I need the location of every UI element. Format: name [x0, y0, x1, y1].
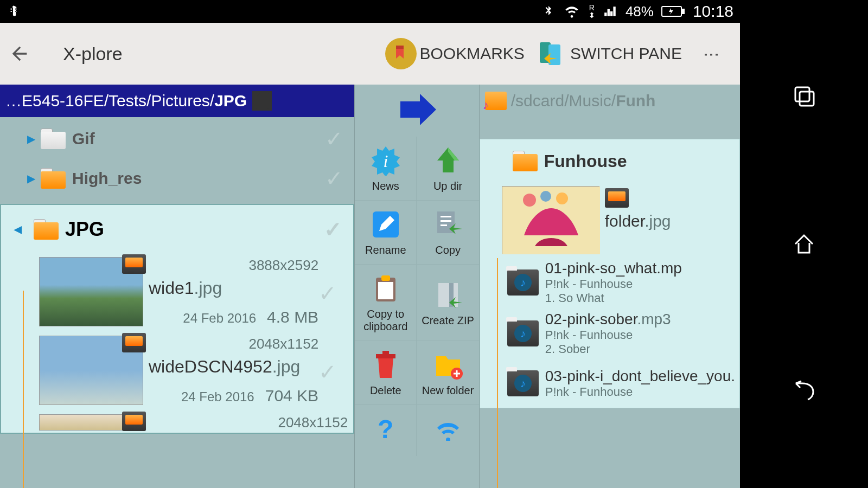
audio-sober[interactable]: 02-pink-sober.mp3 P!nk - Funhouse 2. Sob…	[480, 308, 739, 359]
svg-point-24	[556, 192, 568, 204]
file-wide1[interactable]: 3888x2592 wide1.jpg 24 Feb 2016 4.8 MB ✓	[1, 254, 353, 332]
folder-jpg-header[interactable]: ◀ JPG ✓	[1, 205, 353, 254]
image-type-badge-icon	[605, 188, 629, 208]
audio-file-icon	[507, 370, 539, 396]
bluetooth-icon	[542, 4, 555, 19]
folder-label: Gif	[72, 130, 95, 148]
file-date: 24 Feb 2016	[181, 389, 254, 404]
audio-so-what[interactable]: 01-pink-so_what.mp P!nk - Funhouse 1. So…	[480, 257, 739, 308]
action-copy[interactable]: Copy	[417, 201, 478, 265]
svg-rect-19	[382, 351, 389, 354]
battery-icon	[661, 5, 685, 18]
right-path-current: Funh	[616, 92, 655, 110]
svg-rect-11	[441, 220, 451, 222]
svg-text:i: i	[383, 151, 388, 171]
folder-icon	[513, 151, 538, 171]
collapse-arrow-icon: ◀	[14, 223, 22, 235]
file-size: 4.8 MB	[267, 308, 318, 326]
bookmarks-button[interactable]: BOOKMARKS	[385, 38, 525, 69]
svg-rect-10	[441, 216, 451, 217]
selected-folder-jpg: ◀ JPG ✓ 3888x2592 wide1.jpg 24 Feb 2016	[0, 204, 354, 434]
transfer-direction-icon[interactable]	[395, 88, 438, 131]
svg-rect-1	[682, 9, 684, 14]
right-pane: ♪ /sdcard/Music/Funh Funhouse	[480, 85, 740, 488]
audio-album: P!nk - Funhouse	[545, 277, 735, 291]
battery-percent: 48%	[626, 3, 654, 20]
recent-apps-button[interactable]	[788, 80, 820, 112]
folder-icon	[41, 168, 66, 189]
file-folder-jpg[interactable]: folder.jpg	[480, 183, 739, 257]
check-icon[interactable]: ✓	[325, 126, 343, 151]
back-button[interactable]	[9, 43, 30, 65]
right-path-bar[interactable]: ♪ /sdcard/Music/Funh	[480, 85, 740, 117]
file-widedscn4952[interactable]: 2048x1152 wideDSCN4952.jpg 24 Feb 2016 7…	[1, 332, 353, 411]
trash-icon	[369, 349, 402, 381]
audio-album: P!nk - Funhouse	[545, 328, 735, 342]
up-dir-icon	[432, 144, 464, 177]
file-name: wide1.jpg	[149, 278, 318, 298]
overflow-menu-button[interactable]: ⋮	[693, 47, 731, 61]
action-create-zip[interactable]: Create ZIP	[417, 265, 478, 341]
svg-rect-26	[800, 92, 814, 106]
svg-rect-5	[548, 44, 560, 65]
action-wifi[interactable]	[417, 405, 478, 456]
home-button[interactable]	[788, 228, 820, 260]
check-icon[interactable]: ✓	[324, 217, 342, 242]
action-delete[interactable]: Delete	[355, 341, 417, 405]
action-help[interactable]: ?	[355, 405, 417, 456]
action-up-dir[interactable]: Up dir	[417, 137, 478, 201]
folder-funhouse-header[interactable]: Funhouse	[480, 139, 739, 183]
bookmark-icon	[385, 38, 417, 69]
folder-icon	[41, 129, 66, 149]
audio-title: 03-pink-i_dont_believe_you.	[545, 368, 735, 385]
signal-icon	[603, 4, 618, 18]
new-folder-icon	[432, 349, 464, 381]
audio-track: 1. So What	[545, 291, 735, 305]
file-partial[interactable]: 2048x1152	[1, 411, 353, 433]
right-path-prefix: /sdcard/Music/	[511, 92, 616, 110]
folder-icon	[34, 219, 59, 240]
back-button[interactable]	[788, 376, 820, 408]
file-name: folder.jpg	[605, 212, 735, 230]
right-folder-funhouse: Funhouse folder.jpg	[480, 139, 740, 408]
clipboard-icon	[369, 272, 402, 305]
action-label: Rename	[365, 244, 406, 256]
image-thumbnail	[39, 414, 143, 431]
switch-pane-button[interactable]: SWITCH PANE	[535, 38, 682, 69]
action-label: Create ZIP	[422, 314, 474, 327]
folder-high-res[interactable]: ▶ High_res ✓	[0, 160, 354, 204]
svg-rect-12	[441, 224, 447, 226]
check-icon[interactable]: ✓	[318, 359, 337, 384]
folder-label: High_res	[72, 169, 142, 188]
action-pane: i News Up dir Rename	[354, 85, 480, 488]
check-icon[interactable]: ✓	[325, 166, 343, 191]
music-folder-icon: ♪	[485, 92, 507, 110]
image-type-badge-icon	[122, 333, 146, 352]
action-news[interactable]: i News	[355, 137, 417, 201]
left-path-bar[interactable]: …E545-16FE/Tests/Pictures/JPG	[0, 85, 354, 117]
check-icon[interactable]: ✓	[318, 281, 337, 306]
left-pane: …E545-16FE/Tests/Pictures/JPG ▶ Gif ✓ ▶ …	[0, 85, 354, 488]
left-path-current: JPG	[214, 92, 247, 110]
audio-i-dont-believe[interactable]: 03-pink-i_dont_believe_you. P!nk - Funho…	[480, 359, 739, 408]
folder-gif[interactable]: ▶ Gif ✓	[0, 117, 354, 160]
action-new-folder[interactable]: New folder	[417, 341, 478, 405]
file-dimensions: 2048x1152	[149, 414, 348, 431]
svg-point-22	[523, 194, 536, 207]
folder-label: Funhouse	[544, 151, 627, 171]
image-thumbnail	[502, 186, 599, 254]
wifi-share-icon	[432, 413, 464, 445]
file-size: 704 KB	[265, 387, 318, 405]
action-rename[interactable]: Rename	[355, 201, 417, 265]
news-icon: i	[369, 144, 402, 177]
folder-label: JPG	[65, 218, 104, 241]
action-label: New folder	[422, 384, 474, 397]
audio-title: 01-pink-so_what.mp	[545, 260, 735, 277]
action-copy-clipboard[interactable]: Copy to clipboard	[355, 265, 417, 341]
action-label: Delete	[370, 384, 401, 397]
action-label: Up dir	[433, 180, 462, 192]
wifi-icon	[563, 4, 581, 19]
mobile-data-icon: R ⬍	[589, 4, 595, 19]
audio-album: P!nk - Funhouse	[545, 385, 735, 399]
svg-rect-25	[795, 87, 809, 101]
